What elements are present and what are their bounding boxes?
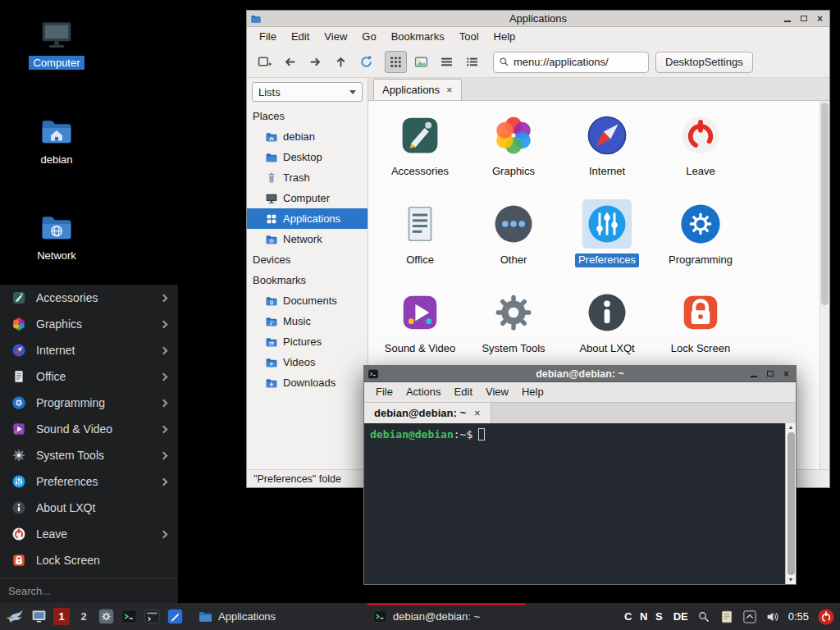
workspace-2[interactable]: 2 [75, 608, 92, 625]
detailed-view-button[interactable] [461, 51, 483, 73]
menu-edit[interactable]: Edit [448, 382, 479, 402]
desktop-settings-button[interactable]: DesktopSettings [655, 52, 753, 73]
fm-item-about-lxqt[interactable]: About LXQt [560, 288, 654, 377]
task-terminal[interactable]: debian@debian: ~ [368, 603, 525, 630]
sidebar-item-downloads[interactable]: Downloads [247, 372, 368, 393]
scroll-up-icon[interactable]: ▲ [788, 423, 794, 431]
menu-item-preferences[interactable]: Preferences [0, 468, 178, 495]
close-button[interactable]: × [779, 368, 793, 380]
menu-help[interactable]: Help [486, 27, 523, 47]
show-desktop-button[interactable] [30, 608, 48, 625]
menu-tool[interactable]: Tool [452, 27, 486, 47]
scrollbar[interactable]: ▲ ▼ [785, 423, 796, 584]
menu-item-programming[interactable]: Programming [0, 390, 178, 416]
fm-item-accessories[interactable]: Accessories [373, 111, 467, 199]
menu-file[interactable]: File [369, 382, 399, 402]
sidebar-mode-select[interactable]: Lists [252, 82, 363, 102]
fm-item-preferences[interactable]: Preferences [560, 199, 654, 288]
menu-actions[interactable]: Actions [399, 382, 448, 402]
task-file-manager[interactable]: Applications [193, 603, 350, 630]
menu-item-leave[interactable]: Leave [0, 521, 178, 547]
menu-view[interactable]: View [317, 27, 354, 47]
close-button[interactable]: × [813, 12, 827, 25]
quicklaunch-terminal-2[interactable] [144, 608, 161, 625]
new-window-button[interactable] [253, 51, 276, 73]
forward-button[interactable] [304, 51, 326, 73]
info-icon [11, 500, 26, 515]
sidebar-item-trash[interactable]: Trash [247, 167, 368, 188]
scroll-down-icon[interactable]: ▼ [788, 576, 794, 584]
desktop-icon-network[interactable]: Network [19, 209, 94, 262]
quicklaunch-terminal[interactable] [121, 608, 138, 625]
fm-titlebar[interactable]: Applications × [247, 11, 829, 27]
scroll-thumb[interactable] [788, 432, 795, 575]
refresh-button[interactable] [355, 51, 377, 73]
maximize-button[interactable] [763, 368, 777, 380]
sidebar-item-debian[interactable]: debian [247, 126, 368, 147]
compact-view-button[interactable] [436, 51, 458, 73]
scrollbar[interactable] [819, 101, 829, 469]
fm-item-leave[interactable]: Leave [654, 111, 747, 199]
up-button[interactable] [330, 51, 352, 73]
menu-item-accessories[interactable]: Accessories [0, 285, 178, 311]
terminal-content[interactable]: debian@debian:~$ ▲ ▼ [364, 423, 796, 584]
thumbnail-view-button[interactable] [410, 51, 432, 73]
maximize-button[interactable] [797, 12, 810, 25]
sidebar-item-desktop[interactable]: Desktop [247, 147, 368, 167]
menu-edit[interactable]: Edit [284, 27, 317, 47]
quicklaunch-editor[interactable] [167, 608, 184, 625]
fm-item-office[interactable]: Office [373, 199, 467, 288]
fm-item-system-tools[interactable]: System Tools [467, 288, 560, 377]
menu-item-about-lxqt[interactable]: About LXQt [0, 495, 178, 521]
sidebar-item-videos[interactable]: Videos [247, 352, 368, 372]
fm-item-graphics[interactable]: Graphics [467, 111, 560, 199]
screenshot-icon[interactable] [696, 609, 711, 624]
menu-file[interactable]: File [252, 27, 284, 47]
menu-item-internet[interactable]: Internet [0, 337, 178, 363]
menu-go[interactable]: Go [354, 27, 383, 47]
power-button[interactable] [817, 608, 835, 626]
sidebar-item-pictures[interactable]: Pictures [247, 331, 368, 352]
menu-view[interactable]: View [479, 382, 515, 402]
fm-toolbar: menu://applications/ DesktopSettings [247, 47, 829, 78]
volume-icon[interactable] [765, 609, 780, 624]
search-input[interactable] [8, 585, 170, 597]
menu-item-graphics[interactable]: Graphics [0, 311, 178, 337]
quicklaunch-settings[interactable] [98, 608, 115, 625]
minimize-button[interactable] [746, 368, 760, 380]
menu-bookmarks[interactable]: Bookmarks [384, 27, 452, 47]
start-menu-button[interactable] [5, 607, 25, 627]
fm-item-internet[interactable]: Internet [560, 111, 654, 199]
tab-close-icon[interactable]: × [446, 84, 453, 96]
path-bar[interactable]: menu://applications/ [493, 52, 649, 73]
sidebar-item-network[interactable]: Network [247, 229, 368, 249]
fm-item-programming[interactable]: Programming [654, 199, 747, 288]
keyboard-layout[interactable]: DE [673, 610, 688, 623]
desktop-icon-computer[interactable]: Computer [19, 16, 94, 70]
tab-close-icon[interactable]: × [474, 407, 481, 419]
icon-view-button[interactable] [385, 51, 407, 73]
tab-applications[interactable]: Applications × [373, 79, 462, 100]
sidebar-item-computer[interactable]: Computer [247, 188, 368, 208]
menu-item-sound-video[interactable]: Sound & Video [0, 416, 178, 442]
menu-help[interactable]: Help [515, 382, 550, 402]
fm-item-other[interactable]: Other [467, 199, 560, 288]
clock[interactable]: 0:55 [788, 610, 809, 623]
sidebar-item-applications[interactable]: Applications [247, 208, 368, 229]
desktop-icon-debian[interactable]: debian [19, 113, 94, 167]
sidebar-item-documents[interactable]: Documents [247, 290, 368, 311]
panel-expand-icon[interactable] [742, 609, 757, 624]
fm-item-sound-video[interactable]: Sound & Video [373, 288, 467, 377]
menu-item-system-tools[interactable]: System Tools [0, 442, 178, 468]
terminal-tab[interactable]: debian@debian: ~ × [364, 403, 491, 423]
menu-item-lock-screen[interactable]: Lock Screen [0, 547, 178, 573]
sidebar-item-music[interactable]: Music [247, 311, 368, 331]
terminal-titlebar[interactable]: debian@debian: ~ × [364, 366, 796, 382]
submenu-arrow-icon [160, 451, 168, 459]
fm-item-lock-screen[interactable]: Lock Screen [654, 288, 747, 377]
clipboard-icon[interactable] [719, 609, 734, 624]
minimize-button[interactable] [780, 12, 794, 25]
menu-item-office[interactable]: Office [0, 363, 178, 390]
workspace-1[interactable]: 1 [53, 608, 70, 625]
back-button[interactable] [279, 51, 301, 73]
